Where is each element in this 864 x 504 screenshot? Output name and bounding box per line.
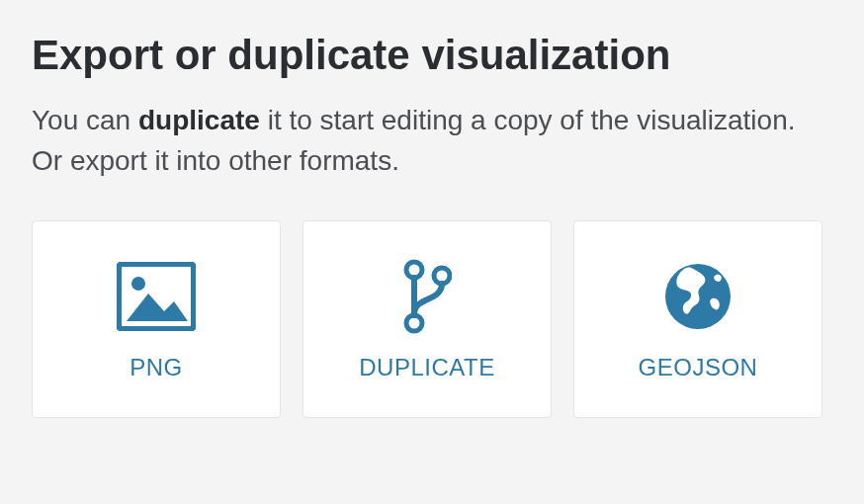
description-bold: duplicate — [138, 105, 260, 135]
export-png-card[interactable]: PNG — [32, 220, 281, 418]
export-geojson-label: GEOJSON — [639, 354, 758, 381]
description-pre: You can — [32, 105, 138, 135]
image-icon — [117, 257, 196, 336]
export-options: PNG DUPLICATE GEOJSON — [32, 220, 832, 418]
globe-icon — [663, 257, 733, 336]
branch-icon — [402, 257, 452, 336]
export-geojson-card[interactable]: GEOJSON — [573, 220, 822, 418]
description-text: You can duplicate it to start editing a … — [32, 101, 832, 181]
duplicate-label: DUPLICATE — [359, 354, 494, 381]
page-title: Export or duplicate visualization — [32, 32, 832, 79]
duplicate-card[interactable]: DUPLICATE — [302, 220, 552, 418]
export-png-label: PNG — [130, 354, 183, 381]
svg-marker-2 — [127, 294, 188, 321]
svg-point-1 — [131, 277, 145, 291]
